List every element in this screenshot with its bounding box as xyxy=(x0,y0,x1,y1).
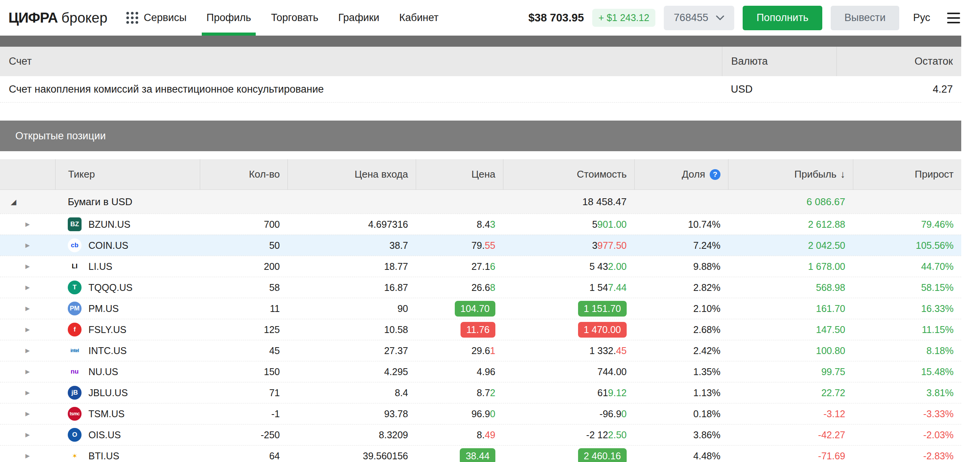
sort-desc-icon: ↓ xyxy=(840,168,845,180)
ticker-label: LI.US xyxy=(88,261,113,272)
position-row[interactable]: ▶PMPM.US1190104.701 151.702.10%161.7016.… xyxy=(0,298,961,319)
nav-item-trade[interactable]: Торговать xyxy=(261,0,328,36)
col-balance: Остаток xyxy=(836,47,961,76)
ticker-label: TQQQ.US xyxy=(88,282,132,293)
brand-logo[interactable]: ЦИФРА брокер xyxy=(8,0,107,36)
value-part: 2 xyxy=(490,387,495,398)
col-share[interactable]: Доля ? xyxy=(634,159,728,189)
growth-cell: 58.15% xyxy=(853,282,961,293)
position-row[interactable]: ▶BZBZUN.US7004.6973168.435 901.0010.74%2… xyxy=(0,214,961,235)
price-cell: 104.70 xyxy=(416,301,503,317)
row-expander-icon[interactable]: ▶ xyxy=(25,347,30,354)
value-part: 61 xyxy=(598,387,608,398)
language-switcher[interactable]: Рус xyxy=(913,12,930,24)
nav-item-charts[interactable]: Графики xyxy=(328,0,389,36)
entry-price-cell: 90 xyxy=(287,303,416,314)
growth-cell: -2.83% xyxy=(853,451,961,462)
row-expander-icon[interactable]: ▶ xyxy=(25,389,30,396)
expander-cell: ▶ xyxy=(0,452,55,459)
row-expander-icon[interactable]: ▶ xyxy=(25,452,30,459)
value-part: 3 xyxy=(592,240,598,251)
nav-item-profile[interactable]: Профиль xyxy=(196,0,261,36)
price-cell: 8.43 xyxy=(416,219,503,230)
position-row[interactable]: ▶jBJBLU.US718.48.72619.121.13%22.723.81% xyxy=(0,382,961,403)
profit-cell: 568.98 xyxy=(728,282,853,293)
menu-icon[interactable] xyxy=(947,13,960,23)
position-row[interactable]: ▶TTQQQ.US5816.8726.681 547.442.82%568.98… xyxy=(0,277,961,298)
price-badge: 11.76 xyxy=(461,322,495,338)
col-currency: Валюта xyxy=(722,47,836,76)
account-selector[interactable]: 768455 xyxy=(664,6,734,30)
ticker-cell: fFSLY.US xyxy=(55,323,200,336)
qty-cell: -250 xyxy=(200,429,287,441)
row-expander-icon[interactable]: ▶ xyxy=(25,305,30,312)
position-row[interactable]: ▶tsmcTSM.US-193.7896.90-96.900.18%-3.12-… xyxy=(0,403,961,424)
share-cell: 2.42% xyxy=(634,345,728,356)
price-cell: 38.44 xyxy=(416,448,503,462)
entry-price-cell: 10.58 xyxy=(287,324,416,335)
ticker-cell: jBJBLU.US xyxy=(55,386,200,400)
row-expander-icon[interactable]: ▶ xyxy=(25,242,30,249)
position-row[interactable]: ▶OOIS.US-2508.32098.49-2 122.503.86%-42.… xyxy=(0,424,961,445)
row-expander-icon[interactable]: ▶ xyxy=(25,431,30,438)
ticker-icon: O xyxy=(68,428,82,442)
share-cell: 2.10% xyxy=(634,303,728,314)
price-cell: 27.16 xyxy=(416,261,503,272)
position-row[interactable]: ▶intelINTC.US4527.3729.611 332.452.42%10… xyxy=(0,340,961,361)
expander-cell: ▶ xyxy=(0,410,55,417)
accounts-section-bar xyxy=(0,36,961,47)
expander-cell: ▶ xyxy=(0,263,55,270)
row-expander-icon[interactable]: ▶ xyxy=(25,326,30,333)
expander-cell: ▶ xyxy=(0,368,55,375)
row-expander-icon[interactable]: ▶ xyxy=(25,221,30,228)
col-value[interactable]: Стоимость xyxy=(503,159,634,189)
ticker-label: INTC.US xyxy=(88,345,127,356)
entry-price-cell: 8.3209 xyxy=(287,429,416,441)
ticker-icon: f xyxy=(68,323,82,336)
group-row[interactable]: ◢ Бумаги в USD 18 458.47 6 086.67 xyxy=(0,190,961,214)
account-row[interactable]: Счет накопления комиссий за инвестиционн… xyxy=(0,76,961,103)
col-price[interactable]: Цена xyxy=(416,159,503,189)
value-cell: 1 470.00 xyxy=(503,322,634,338)
value-cell: -96.90 xyxy=(503,408,634,420)
entry-price-cell: 16.87 xyxy=(287,282,416,293)
ticker-icon: tsmc xyxy=(68,407,82,421)
value-cell: 744.00 xyxy=(503,366,634,377)
withdraw-button[interactable]: Вывести xyxy=(831,6,899,30)
nav-item-services[interactable]: Сервисы xyxy=(116,0,196,36)
row-expander-icon[interactable]: ▶ xyxy=(25,284,30,291)
share-cell: 2.68% xyxy=(634,324,728,335)
position-row[interactable]: ▶fFSLY.US12510.5811.761 470.002.68%147.5… xyxy=(0,319,961,340)
share-cell: 9.88% xyxy=(634,261,728,272)
ticker-label: COIN.US xyxy=(88,240,128,251)
col-qty[interactable]: Кол-во xyxy=(200,159,287,189)
price-cell: 29.61 xyxy=(416,345,503,356)
collapse-group-icon[interactable]: ◢ xyxy=(11,198,16,206)
entry-price-cell: 27.37 xyxy=(287,345,416,356)
profit-cell: 99.75 xyxy=(728,366,853,377)
row-expander-icon[interactable]: ▶ xyxy=(25,263,30,270)
group-total-profit: 6 086.67 xyxy=(728,196,853,208)
position-row[interactable]: ▶nuNU.US1504.2954.96744.001.35%99.7515.4… xyxy=(0,361,961,382)
col-entry-price[interactable]: Цена входа xyxy=(287,159,416,189)
value-part: 27.1 xyxy=(471,261,490,272)
row-expander-icon[interactable]: ▶ xyxy=(25,410,30,417)
help-icon[interactable]: ? xyxy=(710,169,720,180)
col-ticker[interactable]: Тикер xyxy=(55,159,200,189)
qty-cell: 50 xyxy=(200,240,287,251)
deposit-button[interactable]: Пополнить xyxy=(743,6,822,30)
nav-item-cabinet[interactable]: Кабинет xyxy=(389,0,449,36)
position-row[interactable]: ▶cbCOIN.US5038.779.553 977.507.24%2 042.… xyxy=(0,235,961,256)
col-growth[interactable]: Прирост xyxy=(853,159,961,189)
col-profit[interactable]: Прибыль ↓ xyxy=(728,159,853,189)
account-number: 768455 xyxy=(674,12,708,24)
position-row[interactable]: ▶✶BTI.US6439.56015638.442 460.164.48%-71… xyxy=(0,445,961,462)
price-cell: 4.96 xyxy=(416,366,503,377)
accounts-table-header: Счет Валюта Остаток xyxy=(0,47,961,76)
row-expander-icon[interactable]: ▶ xyxy=(25,368,30,375)
value-part: 6 xyxy=(490,261,495,272)
growth-cell: -3.33% xyxy=(853,408,961,420)
profit-cell: 161.70 xyxy=(728,303,853,314)
position-row[interactable]: ▶LILI.US20018.7727.165 432.009.88%1 678.… xyxy=(0,256,961,277)
value-part: 79. xyxy=(471,240,485,251)
